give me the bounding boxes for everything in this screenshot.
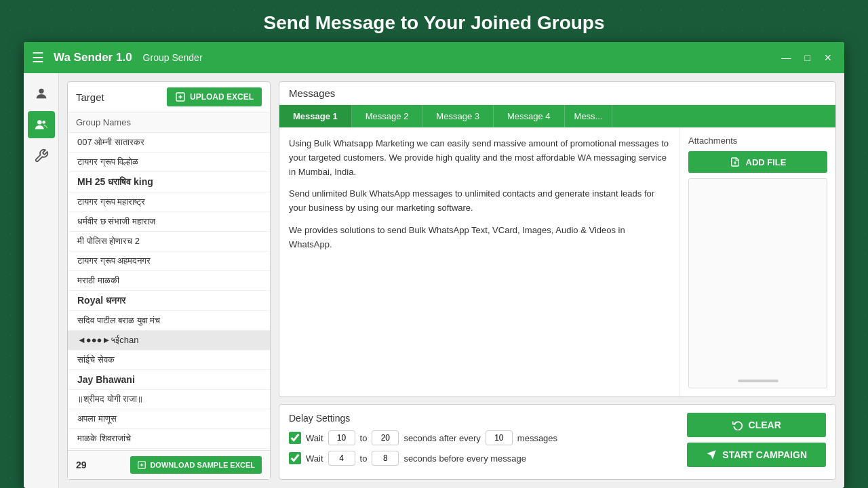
delay-from-2[interactable] <box>328 451 355 466</box>
message-tab[interactable]: Message 3 <box>422 105 494 127</box>
list-item[interactable]: टायगर ग्रूप अहमदनगर <box>68 251 270 271</box>
app-body: Target UPLOAD EXCEL Group Names 007 ओम्न… <box>24 73 844 488</box>
delay-to-1[interactable] <box>372 430 399 445</box>
attachments-title: Attachments <box>688 136 827 146</box>
app-window: ☰ Wa Sender 1.0 Group Sender — □ ✕ <box>24 42 844 488</box>
list-item[interactable]: सदिव पाटील बराळ युवा मंच <box>68 311 270 331</box>
left-panel: Target UPLOAD EXCEL Group Names 007 ओम्न… <box>67 81 271 480</box>
message-tab[interactable]: Message 2 <box>352 105 423 127</box>
section-label: Group Sender <box>143 52 203 63</box>
add-file-button[interactable]: ADD FILE <box>688 151 827 173</box>
message-paragraph: Using Bulk Whatsapp Marketing we can eas… <box>289 137 670 179</box>
target-label: Target <box>76 92 104 103</box>
app-name-label: Wa Sender 1.0 <box>54 51 132 64</box>
list-item[interactable]: मी पोलिस होणारच 2 <box>68 232 270 251</box>
wait-label-1: Wait <box>306 433 323 443</box>
hamburger-icon[interactable]: ☰ <box>32 49 44 66</box>
delay-section: Delay Settings Wait to seconds after eve… <box>279 404 836 480</box>
left-panel-footer: 29 DOWNLOAD SAMPLE EXCEL <box>68 450 270 479</box>
minimize-button[interactable]: — <box>778 51 795 64</box>
start-campaign-button[interactable]: START CAMPAIGN <box>687 443 826 467</box>
window-controls: — □ ✕ <box>778 51 836 64</box>
list-item[interactable]: टायगर ग्रूप महाराष्ट्र <box>68 192 270 212</box>
to-label-2: to <box>360 453 368 464</box>
delay-from-1[interactable] <box>328 430 355 445</box>
group-list[interactable]: 007 ओम्नी सातारकरटायगर ग्रूप विल्होळMH 2… <box>68 133 270 450</box>
clear-button[interactable]: CLEAR <box>687 413 826 437</box>
delay-row-1: Wait to seconds after every messages <box>289 430 677 445</box>
title-bar: ☰ Wa Sender 1.0 Group Sender — □ ✕ <box>24 42 844 73</box>
delay-checkbox-1[interactable] <box>289 432 301 444</box>
list-item[interactable]: 007 ओम्नी सातारकर <box>68 133 270 152</box>
list-item[interactable]: Royal धनगर <box>68 291 270 311</box>
sidebar <box>24 73 59 488</box>
list-item[interactable]: MH 25 धराषिव king <box>68 172 270 192</box>
list-item[interactable]: टायगर ग्रूप विल्होळ <box>68 152 270 172</box>
download-sample-button[interactable]: DOWNLOAD SAMPLE EXCEL <box>130 456 262 474</box>
message-tab[interactable]: Mess... <box>565 105 613 127</box>
svg-point-2 <box>42 121 45 124</box>
attachments-scrollbar <box>738 380 778 382</box>
close-button[interactable]: ✕ <box>820 51 836 64</box>
message-tab[interactable]: Message 4 <box>494 105 565 127</box>
after-label-1: seconds after every <box>403 433 480 443</box>
group-count-badge: 29 <box>76 460 87 470</box>
svg-point-1 <box>37 120 41 124</box>
sidebar-icon-groups[interactable] <box>28 111 55 138</box>
list-item[interactable]: माळके शिवराजांचे <box>68 429 270 449</box>
delay-checkbox-2[interactable] <box>289 452 301 464</box>
message-body: Using Bulk Whatsapp Marketing we can eas… <box>279 127 835 396</box>
maximize-button[interactable]: □ <box>801 51 814 64</box>
message-paragraph: Send unlimited Bulk WhatsApp messages to… <box>289 187 670 216</box>
group-names-header: Group Names <box>68 113 270 133</box>
delay-to-2[interactable] <box>372 451 399 466</box>
message-tab[interactable]: Message 1 <box>279 105 352 127</box>
messages-title: Messages <box>279 82 835 105</box>
svg-point-0 <box>39 89 43 94</box>
wait-label-2: Wait <box>306 453 323 464</box>
messages-section: Messages Message 1Message 2Message 3Mess… <box>279 81 836 397</box>
messages-label: messages <box>517 433 557 443</box>
action-buttons: CLEAR START CAMPAIGN <box>687 413 826 467</box>
list-item[interactable]: Jay Bhawani <box>68 370 270 390</box>
list-item[interactable]: सांईचे सेवक <box>68 350 270 370</box>
to-label-1: to <box>360 433 368 443</box>
upload-excel-button[interactable]: UPLOAD EXCEL <box>167 87 262 106</box>
right-panel: Messages Message 1Message 2Message 3Mess… <box>279 81 836 480</box>
message-tabs: Message 1Message 2Message 3Message 4Mess… <box>279 105 835 127</box>
delay-title: Delay Settings <box>289 413 677 424</box>
left-panel-header: Target UPLOAD EXCEL <box>68 82 270 113</box>
attachments-box <box>688 178 827 388</box>
delay-count-1[interactable] <box>486 430 513 445</box>
delay-settings-inner: Delay Settings Wait to seconds after eve… <box>289 413 677 471</box>
list-item[interactable]: ◄●●●►५ईchan <box>68 331 270 350</box>
list-item[interactable]: ॥श्रीमद योगी राजा॥ <box>68 390 270 409</box>
list-item[interactable]: मराठी माळकी <box>68 271 270 291</box>
message-paragraph: We provides solutions to send Bulk Whats… <box>289 224 670 252</box>
main-content: Target UPLOAD EXCEL Group Names 007 ओम्न… <box>59 73 844 488</box>
after-label-2: seconds before every message <box>403 453 526 464</box>
attachments-panel: Attachments ADD FILE <box>679 127 835 396</box>
page-title: Send Message to Your Joined Groups <box>263 0 604 42</box>
delay-row-2: Wait to seconds before every message <box>289 451 677 466</box>
list-item[interactable]: अपला माणूस <box>68 409 270 429</box>
message-text-area: Using Bulk Whatsapp Marketing we can eas… <box>279 127 679 396</box>
sidebar-icon-user[interactable] <box>28 80 55 107</box>
list-item[interactable]: धर्मवीर छ संभाजी महाराज <box>68 212 270 232</box>
sidebar-icon-tools[interactable] <box>28 142 55 169</box>
